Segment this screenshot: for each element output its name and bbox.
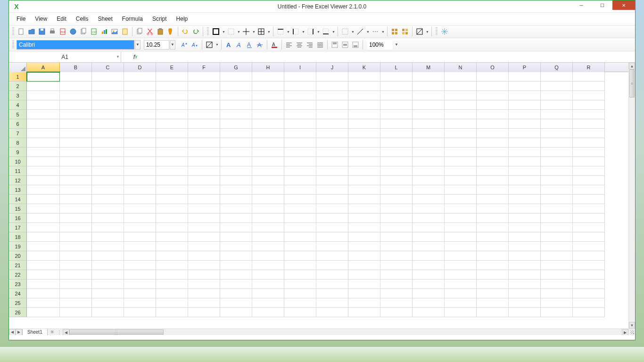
cell[interactable] (92, 110, 124, 119)
cell[interactable] (252, 204, 284, 214)
cell[interactable] (316, 110, 348, 119)
dropdown-arrow-icon[interactable]: ▼ (215, 43, 219, 46)
cell[interactable] (509, 100, 541, 110)
cell[interactable] (445, 214, 477, 223)
cell[interactable] (220, 242, 252, 251)
cell[interactable] (380, 100, 413, 110)
cell[interactable] (284, 308, 316, 317)
cell[interactable] (220, 214, 252, 223)
cell[interactable] (124, 204, 156, 214)
cell[interactable] (445, 195, 477, 204)
cell[interactable] (92, 242, 124, 251)
cell[interactable] (573, 138, 605, 148)
cell[interactable] (380, 261, 413, 270)
cell[interactable] (220, 270, 252, 280)
cell[interactable] (252, 289, 284, 298)
cell[interactable] (573, 82, 605, 91)
select-all-corner[interactable] (9, 63, 27, 72)
cell[interactable] (413, 280, 445, 289)
cell[interactable] (156, 289, 188, 298)
cell[interactable] (477, 270, 509, 280)
cell[interactable] (316, 138, 348, 148)
cell[interactable] (509, 185, 541, 195)
fill-pattern-icon[interactable] (400, 27, 410, 36)
cell[interactable] (477, 91, 509, 100)
cell[interactable] (445, 289, 477, 298)
cell[interactable] (188, 176, 220, 185)
cell[interactable] (156, 72, 188, 82)
cell[interactable] (348, 251, 380, 261)
cell[interactable] (60, 148, 92, 157)
row-header[interactable]: 25 (9, 298, 27, 308)
dropdown-arrow-icon[interactable]: ▼ (252, 30, 256, 33)
cell[interactable] (188, 223, 220, 232)
row-header[interactable]: 22 (9, 270, 27, 280)
cell[interactable] (252, 148, 284, 157)
dropdown-arrow-icon[interactable]: ▼ (317, 30, 320, 33)
cell[interactable] (445, 110, 477, 119)
row-header[interactable]: 15 (9, 204, 27, 214)
cell[interactable] (477, 261, 509, 270)
cell[interactable] (316, 100, 348, 110)
menu-formula[interactable]: Formula (117, 14, 148, 24)
cell[interactable] (220, 289, 252, 298)
cell[interactable] (60, 129, 92, 138)
menu-script[interactable]: Script (148, 14, 172, 24)
cell[interactable] (92, 289, 124, 298)
cell[interactable] (284, 242, 316, 251)
cell[interactable] (541, 176, 573, 185)
cell[interactable] (509, 204, 541, 214)
cell[interactable] (348, 242, 380, 251)
cell[interactable] (156, 119, 188, 129)
cell[interactable] (413, 261, 445, 270)
cell[interactable] (573, 119, 605, 129)
row-header[interactable]: 4 (9, 100, 27, 110)
save-icon[interactable] (37, 27, 47, 36)
cell[interactable] (60, 185, 92, 195)
cell[interactable] (188, 261, 220, 270)
menu-edit[interactable]: Edit (52, 14, 71, 24)
cell[interactable] (541, 289, 573, 298)
cell[interactable] (252, 223, 284, 232)
page-setup-icon[interactable] (120, 27, 130, 36)
cell[interactable] (60, 110, 92, 119)
cell[interactable] (316, 204, 348, 214)
cell[interactable] (477, 110, 509, 119)
dropdown-arrow-icon[interactable]: ▼ (170, 40, 175, 49)
cell[interactable] (27, 270, 60, 280)
bold-icon[interactable]: A (224, 40, 233, 49)
cell[interactable] (477, 204, 509, 214)
cell[interactable] (284, 176, 316, 185)
cell[interactable] (60, 223, 92, 232)
cell[interactable] (348, 270, 380, 280)
sheet-tab-active[interactable]: Sheet1 (22, 329, 48, 336)
cell[interactable] (509, 195, 541, 204)
cell[interactable] (509, 91, 541, 100)
cell[interactable] (477, 166, 509, 176)
cell[interactable] (316, 280, 348, 289)
cell[interactable] (509, 289, 541, 298)
cell[interactable] (27, 242, 60, 251)
cell[interactable] (413, 232, 445, 242)
cell[interactable] (316, 298, 348, 308)
cell[interactable] (541, 204, 573, 214)
cell[interactable] (348, 232, 380, 242)
cell[interactable] (509, 119, 541, 129)
cell[interactable] (316, 148, 348, 157)
border-none-icon[interactable] (226, 27, 236, 36)
valign-middle-icon[interactable] (340, 40, 350, 49)
cell[interactable] (380, 242, 413, 251)
cell[interactable] (413, 148, 445, 157)
cell[interactable] (573, 298, 605, 308)
cell[interactable] (60, 232, 92, 242)
cell[interactable] (188, 270, 220, 280)
row-header[interactable]: 16 (9, 214, 27, 223)
row-header[interactable]: 17 (9, 223, 27, 232)
cell[interactable] (156, 176, 188, 185)
paste-icon[interactable] (156, 27, 165, 36)
cell[interactable] (316, 166, 348, 176)
cell[interactable] (284, 157, 316, 166)
cell[interactable] (413, 176, 445, 185)
cell[interactable] (445, 157, 477, 166)
strike-icon[interactable]: A (255, 40, 264, 49)
